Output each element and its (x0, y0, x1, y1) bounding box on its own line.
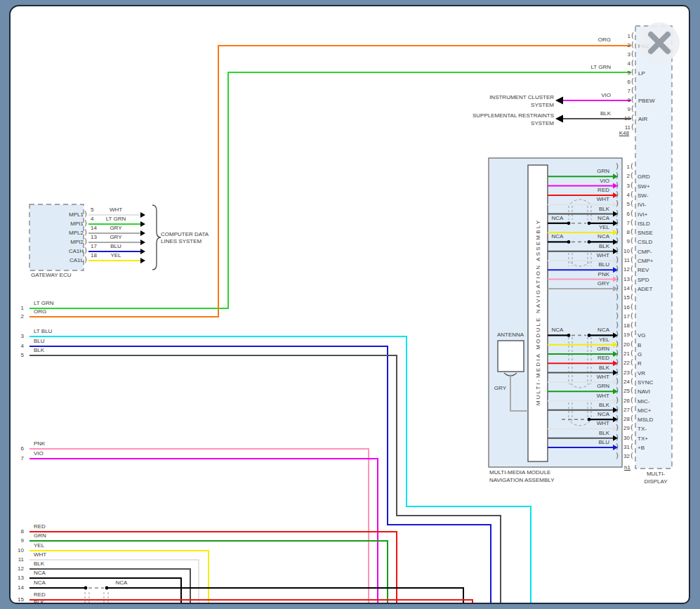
pin-number: 16 (620, 304, 630, 310)
pin-socket-bracket: ( (631, 124, 634, 131)
wire-label: WHT (563, 420, 609, 426)
signal-label: CMP- (638, 249, 652, 255)
pin-socket-bracket: ( (630, 284, 633, 292)
pin-plug-bracket: ) (616, 331, 619, 338)
close-button[interactable] (639, 22, 680, 63)
pin-socket-bracket: ( (630, 415, 633, 422)
pin-socket-bracket: ( (630, 294, 633, 301)
pin-socket-bracket: ( (631, 114, 634, 122)
pin-number: 9 (620, 238, 630, 244)
wire-label: NCA (111, 579, 132, 586)
pin-plug-bracket: ) (616, 266, 619, 273)
pin-socket-bracket: ( (630, 443, 633, 450)
pin-socket-bracket: ( (630, 182, 633, 189)
pin-number: 5 (91, 207, 93, 213)
signal-label: SNSE (638, 230, 653, 236)
wire-label: NCA (563, 233, 609, 240)
pin-socket-bracket: ( (630, 378, 633, 385)
wire-label: VIO (577, 92, 611, 98)
wire-label: BLU (563, 439, 609, 445)
window-frame: 1LT GRN2ORG3LT BLU4BLU5BLK6PNK7VIO8RED9G… (0, 0, 700, 609)
pin-plug-bracket: ) (616, 369, 619, 376)
pin-number: 14 (10, 584, 24, 591)
signal-label: REV (638, 267, 649, 273)
wire-label: BLK (34, 561, 44, 567)
pin-plug-bracket: ) (616, 228, 619, 235)
wire-label: WHT (563, 196, 609, 202)
pin-plug-bracket: ) (616, 284, 619, 292)
pin-socket-bracket: ( (630, 237, 633, 244)
pin-number: 6 (10, 445, 24, 452)
signal-label: IVI- (638, 202, 646, 208)
pin-socket-bracket: ( (630, 452, 633, 459)
wire-label: LT GRN (98, 216, 133, 222)
display-label-line1: MULTI- (638, 471, 673, 477)
pin-socket-bracket: ( (630, 387, 633, 394)
wire-label: RED (34, 523, 46, 530)
wire-label: VIO (563, 178, 609, 184)
pin-socket-bracket: ( (630, 163, 633, 170)
pin-plug-bracket: ) (616, 247, 619, 254)
pin-number: 13 (10, 575, 24, 581)
diagram-canvas: 1LT GRN2ORG3LT BLU4BLU5BLK6PNK7VIO8RED9G… (9, 5, 690, 604)
signal-label: SYNC (638, 379, 653, 386)
pin-number: 6 (620, 211, 630, 217)
connector-pin-name: AIR (638, 116, 647, 122)
pin-number: 13 (91, 234, 97, 240)
pin-plug-bracket: ) (616, 313, 619, 320)
pin-plug-bracket: ) (616, 443, 619, 450)
pin-socket-bracket: ( (630, 406, 633, 413)
signal-label: TX+ (638, 436, 648, 442)
signal-label: +B (638, 445, 645, 451)
pin-number: 11 (620, 257, 630, 263)
pin-number: 23 (620, 369, 630, 376)
signal-label: R (638, 360, 642, 367)
wire-label: LT GRN (577, 64, 611, 70)
pin-plug-bracket: ) (616, 397, 619, 404)
wire-label: ORG (577, 37, 611, 43)
pin-plug-bracket: ) (84, 238, 87, 245)
pin-number: 5 (614, 70, 630, 76)
destination-system-line2: SYSTEM (449, 120, 554, 126)
pin-number: 1 (10, 305, 24, 311)
pin-number: 14 (91, 225, 97, 231)
wire-label: BLK (563, 430, 609, 436)
pin-number: 29 (620, 425, 630, 431)
gateway-pin-name: MPI2 (55, 239, 84, 245)
pin-number: 10 (10, 547, 24, 554)
pin-socket-bracket: ( (631, 69, 634, 76)
pin-plug-bracket: ) (616, 341, 619, 348)
pin-number: 26 (620, 398, 630, 404)
pin-socket-bracket: ( (631, 96, 634, 103)
wire-label: NCA (34, 570, 46, 576)
wire-label: PNK (34, 440, 45, 447)
signal-label: VG (638, 332, 646, 339)
pin-socket-bracket: ( (630, 341, 633, 348)
destination-system-line2: SYSTEM (449, 102, 554, 108)
pin-number: 4 (91, 216, 93, 222)
pin-socket-bracket: ( (630, 275, 633, 282)
signal-label: CMP+ (638, 258, 653, 264)
wire-label: WHT (563, 374, 609, 380)
pin-number: 11 (10, 556, 24, 563)
pin-number: 19 (620, 332, 630, 338)
wire-label: BLK (577, 110, 611, 117)
pin-number: 4 (614, 60, 630, 67)
system-label-line2: LINES SYSTEM (161, 238, 202, 244)
pin-number: 3 (10, 333, 24, 339)
pin-plug-bracket: ) (616, 294, 619, 301)
pin-socket-bracket: ( (630, 313, 633, 320)
pin-number: 4 (620, 192, 630, 198)
pin-plug-bracket: ) (616, 350, 619, 357)
pin-plug-bracket: ) (84, 247, 87, 254)
wire-label: NCA (34, 579, 46, 586)
pin-number: 10 (620, 248, 630, 254)
destination-system-line1: INSTRUMENT CLUSTER (449, 94, 554, 100)
signal-label: VR (638, 370, 645, 376)
wire-label: BLU (34, 338, 45, 344)
pin-number: 4 (10, 343, 24, 349)
pin-number: 7 (10, 455, 24, 461)
wire-label: GRY (98, 225, 133, 231)
gateway-pin-name: CA1H (55, 248, 84, 254)
pin-plug-bracket: ) (616, 182, 619, 189)
